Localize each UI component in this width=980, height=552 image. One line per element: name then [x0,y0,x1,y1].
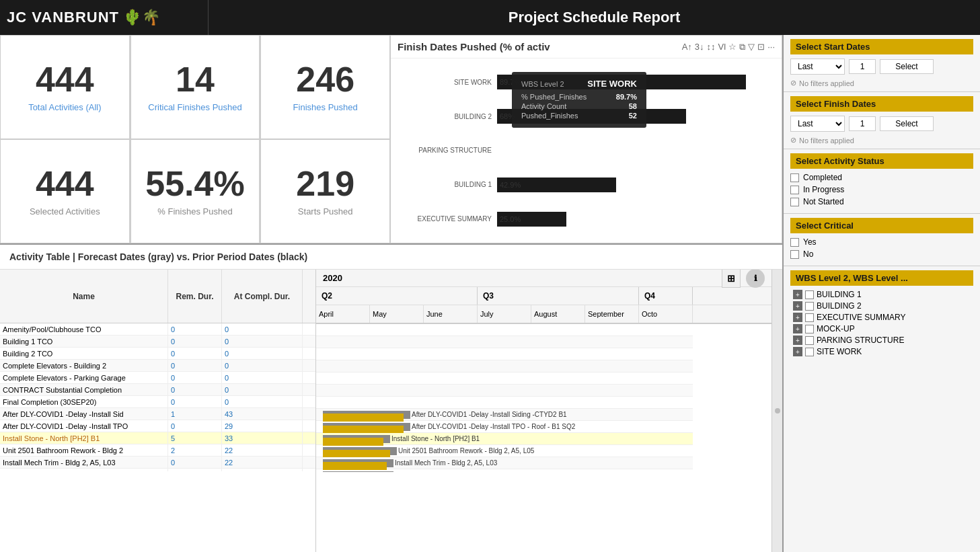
copy-icon[interactable]: ⧉ [739,42,745,52]
critical-no-checkbox[interactable] [790,250,799,259]
table-row[interactable]: Install Mech Trim - Bldg 2, A5, L05021 [0,469,315,471]
chart-body: SITE WORK89.7%BUILDING 268%PARKING STRUC… [391,58,782,243]
chart-type-icon[interactable]: Vl [718,42,726,52]
fixed-columns: Name Rem. Dur. At Compl. Dur. Amenity/Po… [0,270,316,552]
start-dates-no-filters: ⊘ No filters applied [790,79,973,87]
cell-compl: 0 [222,323,303,335]
wbs-checkbox[interactable] [805,325,814,333]
expand-icon[interactable]: ⊡ [757,42,765,52]
grid-view-icon[interactable]: ⊞ [722,270,741,288]
wbs-checkbox[interactable] [805,313,814,322]
wbs-checkbox[interactable] [805,302,814,311]
filter-icon-small2: ⊘ [790,136,796,145]
gantt-row [316,324,693,336]
finish-dates-value-input[interactable] [849,116,876,131]
table-row[interactable]: Install Mech Trim - Bldg 2, A5, L03022 [0,457,315,469]
cell-rem: 1 [168,408,222,420]
table-row[interactable]: Building 1 TCO00 [0,336,315,348]
logo-area: JC VANBRUNT 🌵🌴 [0,0,209,35]
cell-compl: 0 [222,384,303,395]
col-header-name: Name [0,270,168,323]
wbs-checkbox[interactable] [805,336,814,345]
gantt-bar-gray [323,471,393,472]
sort-za-icon[interactable]: 3↓ [695,42,704,52]
wbs-expand-button[interactable]: + [793,324,802,333]
cell-compl: 43 [222,408,303,420]
right-panel: Select Start Dates LastNextBetween Selec… [782,35,980,552]
table-row[interactable]: CONTRACT Substantial Completion00 [0,384,315,396]
chart-bar-row: BUILDING 142.9% [398,178,775,192]
wbs-expand-button[interactable]: + [793,347,802,356]
sort-az-icon[interactable]: A↑ [682,42,692,52]
status-inprogress-checkbox[interactable] [790,186,799,194]
cell-name: Install Mech Trim - Bldg 2, A5, L03 [0,457,168,468]
chart-bar-row: PARKING STRUCTURE [398,143,775,158]
left-panel: 444 Total Activities (All) 14 Critical F… [0,35,782,552]
start-dates-value-input[interactable] [849,59,876,74]
gantt-bar-label: Unit 2501 Bathroom Rework - Bldg 2, A5, … [398,447,534,455]
logo-text: JC VANBRUNT [7,9,119,26]
table-row[interactable]: Complete Elevators - Building 200 [0,360,315,372]
gantt-month-may: May [370,305,424,323]
chart-toolbar: A↑ 3↓ ↕↕ Vl ☆ ⧉ ▽ ⊡ ··· [682,42,775,52]
wbs-expand-button[interactable]: + [793,336,802,345]
kpi-starts-label: Starts Pushed [298,206,353,216]
filter-icon[interactable]: ▽ [748,42,755,52]
tooltip-pushed-row: Pushed_Finishes 52 [521,112,637,120]
table-row[interactable]: Final Completion (30SEP20)00 [0,396,315,408]
gantt-row: After DLY-COVID1 -Delay -Install Siding … [316,409,693,421]
table-row[interactable]: Amenity/Pool/Clubhouse TCO00 [0,323,315,336]
top-section: 444 Total Activities (All) 14 Critical F… [0,35,782,243]
wbs-title: WBS Level 2, WBS Level ... [790,270,973,286]
start-dates-select-button[interactable]: Select [880,59,934,74]
cell-name: Install Stone - North [PH2] B1 [0,432,168,444]
cell-rem: 0 [168,469,222,471]
sort-num-icon[interactable]: ↕↕ [707,42,716,52]
finish-dates-select-button[interactable]: Select [880,116,934,131]
more-icon[interactable]: ··· [767,42,775,52]
scroll-indicator [771,270,782,552]
status-notstarted-checkbox[interactable] [790,198,799,206]
gantt-row: Install Mech Trim - Bldg 2, A5, L03 [316,457,693,469]
table-row[interactable]: Unit 2501 Bathroom Rework - Bldg 2222 [0,444,315,457]
logo-icon: 🌵🌴 [123,9,161,26]
table-row[interactable]: Install Stone - North [PH2] B1533 [0,432,315,444]
tooltip-pct-row: % Pushed_Finishes 89.7% [521,93,637,101]
gantt-month-july: July [478,305,531,323]
status-completed-checkbox[interactable] [790,173,799,182]
wbs-item: +MOCK-UP [790,324,973,333]
start-dates-filter: Select Start Dates LastNextBetween Selec… [784,35,980,92]
wbs-expand-button[interactable]: + [793,290,802,299]
star-icon[interactable]: ☆ [728,42,737,52]
gantt-bar-label: Install Mech Trim - Bldg 2, A5, L03 [395,459,497,467]
status-notstarted-row: Not Started [790,197,973,206]
table-row[interactable]: After DLY-COVID1 -Delay -Install Sid143 [0,408,315,420]
wbs-expand-button[interactable]: + [793,313,802,322]
table-row[interactable]: After DLY-COVID1 -Delay -Install TPO029 [0,420,315,432]
wbs-checkbox[interactable] [805,290,814,299]
critical-no-row: No [790,249,973,259]
kpi-section: 444 Total Activities (All) 14 Critical F… [0,35,390,243]
gantt-bar-label: After DLY-COVID1 -Delay -Install Siding … [412,411,567,418]
finish-dates-period-dropdown[interactable]: LastNextBetween [790,116,845,132]
table-row[interactable]: Building 2 TCO00 [0,348,315,360]
status-notstarted-label: Not Started [803,197,844,206]
finish-dates-filter: Select Finish Dates LastNextBetween Sele… [784,92,980,149]
wbs-expand-button[interactable]: + [793,301,802,311]
start-dates-period-dropdown[interactable]: LastNextBetween [790,58,845,75]
critical-yes-checkbox[interactable] [790,238,799,247]
gantt-q3: Q3 [478,287,639,305]
bar-label: SITE WORK [398,79,492,86]
status-completed-row: Completed [790,173,973,182]
col-header-compl: At Compl. Dur. [222,270,303,323]
info-icon[interactable]: ℹ [746,270,765,288]
gantt-body: After DLY-COVID1 -Delay -Install Siding … [316,324,771,472]
table-row[interactable]: Complete Elevators - Parking Garage00 [0,372,315,384]
cell-rem: 5 [168,432,222,444]
critical-filter: Select Critical Yes No [784,214,980,266]
gantt-row: Install Stone - North [PH2] B1 [316,433,693,445]
wbs-checkbox[interactable] [805,348,814,356]
activity-status-filter: Select Activity Status Completed In Prog… [784,149,980,214]
cell-compl: 22 [222,444,303,456]
wbs-item-label: BUILDING 1 [817,290,862,299]
